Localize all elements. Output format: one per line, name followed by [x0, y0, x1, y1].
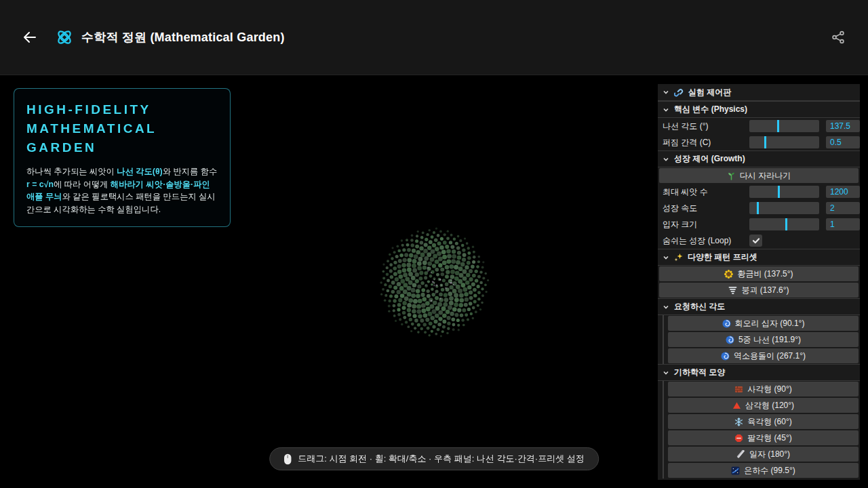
info-card-description: 하나씩 추가되는 씨앗이 나선 각도(θ)와 반지름 함수 r = c√n에 따…	[26, 165, 218, 216]
angle-reverse-vortex-button[interactable]: 역소용돌이 (267.1°)	[668, 348, 859, 363]
page-title: 수학적 정원 (Mathematical Garden)	[81, 29, 285, 45]
preset-collapse-button[interactable]: 붕괴 (137.6°)	[659, 283, 859, 298]
folder-physics-header[interactable]: 핵심 변수 (Physics)	[658, 101, 860, 118]
folder-requested: 요청하신 각도 회오리 십자 (90.1°) 5중 나선 (191.9°)	[658, 298, 860, 364]
growth-speed-value[interactable]: 2	[826, 202, 860, 214]
particle-size-slider[interactable]	[749, 218, 819, 230]
folder-presets-title: 다양한 패턴 프리셋	[688, 251, 757, 263]
seedling-icon	[727, 171, 736, 180]
spiral-angle-label: 나선 각도 (°)	[663, 121, 749, 132]
loop-label: 숨쉬는 성장 (Loop)	[663, 235, 749, 247]
mouse-icon	[283, 453, 292, 465]
cyclone-icon	[721, 352, 730, 361]
angle-whirl-cross-button[interactable]: 회오리 십자 (90.1°)	[668, 316, 859, 331]
spread-slider[interactable]	[749, 136, 819, 148]
chevron-down-icon	[663, 304, 669, 310]
chevron-down-icon	[663, 254, 669, 261]
chevron-down-icon	[663, 156, 669, 163]
folder-growth-header[interactable]: 성장 제어 (Growth)	[658, 150, 860, 167]
angle-five-spiral-button[interactable]: 5중 나선 (191.9°)	[668, 332, 859, 347]
app-header: 수학적 정원 (Mathematical Garden)	[0, 0, 868, 75]
loop-checkbox[interactable]	[749, 235, 762, 247]
info-card: HIGH-FIDELITY MATHEMATICAL GARDEN 하나씩 추가…	[14, 88, 231, 227]
spread-label: 퍼짐 간격 (C)	[663, 137, 749, 148]
info-card-title: HIGH-FIDELITY MATHEMATICAL GARDEN	[26, 100, 218, 157]
hint-text: 드래그: 시점 회전 · 휠: 확대/축소 · 우측 패널: 나선 각도·간격·…	[298, 453, 585, 465]
growth-speed-slider[interactable]	[749, 202, 819, 214]
shape-galaxy-button[interactable]: 은하수 (99.5°)	[668, 463, 859, 478]
max-seeds-row: 최대 씨앗 수 1200	[658, 184, 860, 200]
sparkles-icon	[674, 253, 683, 262]
folder-growth: 성장 제어 (Growth) 다시 자라나기 최대 씨앗 수 1200 성장 속…	[658, 150, 860, 249]
share-button[interactable]	[826, 25, 850, 49]
cyclone-icon	[726, 336, 734, 344]
shape-hexagon-button[interactable]: 육각형 (60°)	[668, 414, 859, 429]
folder-requested-header[interactable]: 요청하신 각도	[658, 298, 860, 315]
chevron-down-icon	[663, 369, 669, 376]
control-panel: 실험 제어판 핵심 변수 (Physics) 나선 각도 (°) 137.5 퍼…	[658, 84, 860, 480]
octagon-icon	[734, 434, 743, 443]
triangle-icon	[732, 401, 741, 410]
chevron-down-icon	[663, 106, 669, 113]
chevron-down-icon	[663, 89, 669, 96]
folder-growth-title: 성장 제어 (Growth)	[674, 153, 745, 165]
shape-octagon-button[interactable]: 팔각형 (45°)	[668, 430, 859, 445]
spiral-angle-value[interactable]: 137.5	[826, 120, 860, 132]
tornado-icon	[728, 286, 737, 295]
cyclone-icon	[722, 319, 731, 328]
hint-bar: 드래그: 시점 회전 · 휠: 확대/축소 · 우측 패널: 나선 각도·간격·…	[269, 447, 599, 470]
spiral-angle-slider[interactable]	[749, 120, 819, 132]
panel-root-header[interactable]: 실험 제어판	[658, 84, 860, 101]
folder-shapes-title: 기하학적 모양	[674, 367, 725, 378]
max-seeds-slider[interactable]	[749, 186, 819, 198]
growth-speed-label: 성장 속도	[663, 203, 749, 214]
link-icon	[674, 87, 684, 97]
folder-physics-title: 핵심 변수 (Physics)	[674, 104, 747, 115]
back-button[interactable]	[18, 25, 42, 49]
max-seeds-label: 최대 씨앗 수	[663, 186, 749, 198]
snowflake-icon	[734, 418, 743, 426]
galaxy-icon	[731, 466, 740, 475]
shape-line-button[interactable]: 일자 (180°)	[668, 447, 859, 462]
sunflower-icon	[724, 270, 733, 279]
panel-root-title: 실험 제어판	[688, 87, 731, 98]
share-icon	[831, 30, 846, 45]
spiral-angle-row: 나선 각도 (°) 137.5	[658, 118, 860, 134]
folder-physics: 핵심 변수 (Physics) 나선 각도 (°) 137.5 퍼짐 간격 (C…	[658, 101, 860, 150]
loop-row: 숨쉬는 성장 (Loop)	[658, 232, 860, 249]
shape-triangle-button[interactable]: 삼각형 (120°)	[668, 398, 859, 413]
particle-size-value[interactable]: 1	[826, 218, 860, 230]
max-seeds-value[interactable]: 1200	[826, 186, 860, 198]
growth-speed-row: 성장 속도 2	[658, 200, 860, 216]
ruler-icon	[736, 450, 745, 459]
check-icon	[752, 237, 760, 245]
folder-shapes-header[interactable]: 기하학적 모양	[658, 364, 860, 381]
preset-golden-button[interactable]: 황금비 (137.5°)	[659, 266, 859, 281]
spread-value[interactable]: 0.5	[826, 136, 860, 148]
particle-size-label: 입자 크기	[663, 219, 749, 230]
atom-logo-icon	[56, 28, 73, 46]
regrow-button[interactable]: 다시 자라나기	[659, 168, 859, 183]
folder-requested-title: 요청하신 각도	[674, 301, 725, 312]
folder-shapes: 기하학적 모양 사각형 (90°) 삼각형 (120°)	[658, 364, 860, 479]
arrow-left-icon	[22, 29, 38, 45]
folder-presets: 다양한 패턴 프리셋 황금비 (137.5°) 붕괴 (137.6°)	[658, 249, 860, 298]
folder-presets-header[interactable]: 다양한 패턴 프리셋	[658, 249, 860, 266]
particle-size-row: 입자 크기 1	[658, 216, 860, 232]
spread-row: 퍼짐 간격 (C) 0.5	[658, 134, 860, 150]
brick-icon	[734, 385, 743, 394]
shape-square-button[interactable]: 사각형 (90°)	[668, 382, 859, 396]
